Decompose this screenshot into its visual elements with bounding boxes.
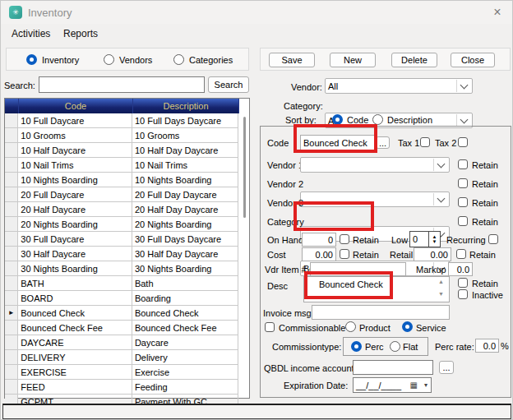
table-row[interactable]: 10 Half Daycare10 Half Day Daycare xyxy=(5,143,238,158)
vendor1-retain-checkbox[interactable] xyxy=(458,159,468,169)
menu-reports[interactable]: Reports xyxy=(63,28,98,39)
vendor1-combo[interactable] xyxy=(300,157,450,173)
table-scrollbar[interactable] xyxy=(243,117,246,218)
table-row[interactable]: 10 Grooms10 Grooms xyxy=(5,128,238,143)
table-row[interactable]: BOARDBoarding xyxy=(5,291,238,306)
table-row[interactable]: ►Bounced CheckBounced Check xyxy=(5,306,238,321)
inactive-checkbox[interactable] xyxy=(458,289,468,299)
qbdl-input[interactable] xyxy=(353,360,433,375)
table-row[interactable]: 30 Nights Boarding30 Nights Boarding xyxy=(5,261,238,276)
on-hand-retain-checkbox[interactable] xyxy=(340,234,349,244)
tax1-checkbox[interactable] xyxy=(420,137,430,147)
radio-flat[interactable] xyxy=(390,341,400,352)
table-row[interactable]: BATHBath xyxy=(5,276,238,291)
cost-retain-checkbox[interactable] xyxy=(340,249,349,259)
row-selector xyxy=(5,128,18,142)
vdr-item-input[interactable] xyxy=(310,262,406,276)
low-spinner[interactable]: 0 ▲▼ xyxy=(409,231,441,247)
calendar-dropdown-icon[interactable]: ▾ xyxy=(424,381,428,389)
category-retain-checkbox[interactable] xyxy=(458,216,468,226)
table-row[interactable]: DAYCAREDaycare xyxy=(5,335,238,350)
header-code[interactable]: Code xyxy=(19,99,133,113)
category-label: Category xyxy=(267,217,304,227)
table-row[interactable]: 30 Full Daycare30 Full Days Daycare xyxy=(5,232,238,247)
menu-activities[interactable]: Activities xyxy=(12,28,50,39)
spinner-arrows-icon[interactable]: ▲▼ xyxy=(428,232,440,247)
vendor2-combo[interactable] xyxy=(300,192,450,207)
chevron-down-icon[interactable] xyxy=(433,193,448,205)
radio-categories[interactable] xyxy=(173,54,184,65)
table-row[interactable]: DELIVERYDelivery xyxy=(5,350,238,365)
delete-button[interactable]: Delete xyxy=(391,53,437,67)
code-browse-button[interactable]: ... xyxy=(376,136,390,149)
radio-service[interactable] xyxy=(402,321,413,332)
perc-rate-unit: % xyxy=(501,341,509,351)
radio-sort-description[interactable] xyxy=(372,114,383,125)
qbdl-browse-button[interactable]: ... xyxy=(439,361,454,374)
radio-sort-description-label: Description xyxy=(387,115,432,125)
calendar-icon[interactable]: ▦ xyxy=(410,381,418,390)
chevron-down-icon[interactable] xyxy=(456,80,471,92)
code-label: Code xyxy=(267,138,289,148)
retail-retain-checkbox[interactable] xyxy=(456,249,466,259)
table-row[interactable]: 30 Half Daycare30 Half Day Daycare xyxy=(5,247,238,261)
code-input[interactable]: Bounced Check xyxy=(300,135,375,150)
header-description[interactable]: Description xyxy=(133,99,239,113)
invoice-msg-input[interactable] xyxy=(312,305,450,320)
cost-input[interactable]: 0.00 xyxy=(302,247,336,261)
retail-label: Retail xyxy=(390,250,413,260)
search-button[interactable]: Search xyxy=(208,76,249,93)
save-button[interactable]: Save xyxy=(269,53,315,67)
chevron-down-icon[interactable] xyxy=(456,114,471,127)
search-input[interactable] xyxy=(39,76,205,93)
cell-description: 10 Nail Trims xyxy=(132,158,238,172)
table-row[interactable]: 20 Nights Boarding20 Nights Boarding xyxy=(5,217,238,232)
expiration-input[interactable]: __/__/____ ▦ ▾ xyxy=(353,377,432,393)
category-retain-label: Retain xyxy=(472,217,498,227)
row-selector xyxy=(5,187,18,201)
on-hand-input[interactable]: 0 xyxy=(302,233,336,247)
markup-input[interactable]: 0.0 xyxy=(448,262,473,276)
radio-product[interactable] xyxy=(345,321,356,332)
row-selector xyxy=(5,158,18,172)
perc-rate-input[interactable]: 0.0 xyxy=(475,339,499,353)
vendor2-retain-checkbox[interactable] xyxy=(458,178,468,188)
desc-scroll-up-icon[interactable]: ▲ xyxy=(438,279,444,284)
row-selector xyxy=(5,261,18,275)
window-title: Inventory xyxy=(28,7,72,19)
table-row[interactable]: 10 Nights Boarding10 Nights Boarding xyxy=(5,173,238,187)
chevron-down-icon[interactable] xyxy=(433,159,448,171)
vendor3-retain-checkbox[interactable] xyxy=(458,197,468,207)
radio-perc[interactable] xyxy=(351,341,362,352)
radio-inventory[interactable] xyxy=(26,54,37,65)
recurring-checkbox[interactable] xyxy=(488,234,498,244)
retail-input[interactable]: 0.00 xyxy=(414,247,451,261)
cell-description: 30 Nights Boarding xyxy=(132,261,238,275)
inactive-label: Inactive xyxy=(472,290,503,300)
inventory-table: Code Description 10 Full Daycare10 Full … xyxy=(4,98,250,399)
table-row[interactable]: 10 Nail Trims10 Nail Trims xyxy=(5,158,238,173)
vendor1-retain-label: Retain xyxy=(472,160,498,170)
commissionable-checkbox[interactable] xyxy=(265,322,275,332)
cell-code: FEED xyxy=(18,380,132,394)
table-row[interactable]: 20 Half Daycare20 Half Day Daycare xyxy=(5,202,238,217)
vendor-filter-combo[interactable]: All xyxy=(325,78,473,94)
table-row[interactable]: EXERCISEExercise xyxy=(5,365,238,380)
table-row[interactable]: FEEDFeeding xyxy=(5,380,238,395)
close-icon[interactable]: × xyxy=(488,4,507,21)
table-row[interactable]: Bounced Check FeeBounced Check Fee xyxy=(5,321,238,335)
new-button[interactable]: New xyxy=(330,53,376,67)
tax2-checkbox[interactable] xyxy=(458,137,468,147)
commissiontype-label: Commissiontype: xyxy=(272,342,341,352)
close-button[interactable]: Close xyxy=(451,53,495,67)
radio-sort-code[interactable] xyxy=(332,114,343,125)
radio-inventory-label: Inventory xyxy=(42,55,79,65)
table-row[interactable]: 10 Full Daycare10 Full Days Daycare xyxy=(5,113,238,128)
table-row[interactable]: 20 Full Daycare20 Full Day Daycare xyxy=(5,187,238,202)
desc-textarea[interactable]: Bounced Check xyxy=(303,276,450,302)
low-value: 0 xyxy=(410,232,428,247)
radio-vendors[interactable] xyxy=(104,54,114,65)
desc-retain-checkbox[interactable] xyxy=(458,278,468,288)
header-selector xyxy=(5,99,19,113)
desc-scroll-down-icon[interactable]: ▼ xyxy=(438,291,444,297)
